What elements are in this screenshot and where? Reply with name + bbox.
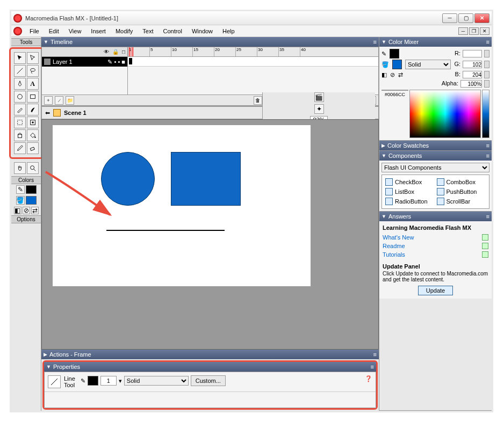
layer-row[interactable]: Layer 1 ✎ • • ■: [42, 57, 127, 67]
help-icon[interactable]: ❓: [365, 375, 372, 382]
hex-value[interactable]: #0066CC: [381, 92, 408, 97]
eraser-tool[interactable]: [27, 142, 39, 154]
link-whats-new[interactable]: What's New: [383, 233, 488, 242]
answers-header[interactable]: ▼Answers≡: [379, 212, 492, 221]
component-checkbox[interactable]: CheckBox: [385, 178, 435, 186]
actions-header[interactable]: ▶Actions - Frame≡: [41, 350, 379, 359]
timeline-options-icon[interactable]: ≡: [373, 39, 377, 45]
fill-color-swatch[interactable]: [26, 196, 37, 205]
circle-shape[interactable]: [101, 152, 155, 206]
eye-icon[interactable]: 👁: [104, 49, 109, 55]
default-colors-icon[interactable]: ◧: [381, 71, 387, 78]
menu-text[interactable]: Text: [138, 27, 157, 35]
menu-control[interactable]: Control: [159, 27, 186, 35]
alpha-input[interactable]: [460, 80, 482, 88]
stroke-color-swatch[interactable]: [26, 185, 37, 194]
doc-restore-button[interactable]: ❐: [469, 27, 479, 35]
stroke-pencil-icon: ✎: [16, 185, 25, 194]
custom-stroke-button[interactable]: Custom...: [191, 375, 226, 386]
link-readme[interactable]: Readme: [383, 242, 488, 250]
g-input[interactable]: [463, 61, 482, 68]
menu-view[interactable]: View: [64, 27, 86, 35]
stage[interactable]: [53, 125, 311, 286]
add-layer-button[interactable]: +: [44, 96, 53, 105]
outline-icon[interactable]: □: [122, 49, 125, 55]
fill-type-select[interactable]: Solid: [405, 60, 451, 69]
b-spinner[interactable]: [484, 71, 489, 78]
lightness-slider[interactable]: [482, 90, 489, 138]
menu-edit[interactable]: Edit: [45, 27, 63, 35]
alpha-spinner[interactable]: [484, 80, 489, 88]
tool-name-label: Line: [64, 375, 75, 382]
update-button[interactable]: Update: [418, 286, 453, 295]
stroke-color-picker[interactable]: [88, 376, 98, 386]
rectangle-shape[interactable]: [171, 152, 241, 206]
lasso-tool[interactable]: [27, 65, 39, 77]
mixer-header[interactable]: ▼Color Mixer≡: [379, 37, 492, 47]
line-shape[interactable]: [106, 230, 225, 231]
swatches-header[interactable]: ▶Color Swatches≡: [379, 141, 492, 150]
stage-area[interactable]: [41, 119, 379, 350]
ink-bottle-tool[interactable]: [14, 129, 26, 141]
maximize-button[interactable]: ▢: [458, 13, 473, 23]
close-button[interactable]: ✕: [474, 13, 489, 23]
component-set-select[interactable]: Flash UI Components: [381, 163, 489, 172]
color-spectrum[interactable]: [409, 90, 481, 138]
g-spinner[interactable]: [484, 61, 489, 68]
components-header[interactable]: ▼Components≡: [379, 151, 492, 161]
keyframe[interactable]: [129, 58, 132, 64]
pen-tool[interactable]: [14, 78, 26, 90]
paint-bucket-tool[interactable]: [27, 129, 39, 141]
menu-window[interactable]: Window: [188, 27, 217, 35]
properties-header[interactable]: ▼Properties≡: [44, 362, 376, 372]
add-guide-button[interactable]: ⟋: [55, 96, 63, 105]
r-input[interactable]: [463, 50, 482, 57]
free-transform-tool[interactable]: [14, 117, 26, 128]
component-scrollbar[interactable]: ScrollBar: [437, 198, 486, 205]
default-colors-button[interactable]: ◧: [14, 207, 21, 214]
doc-minimize-button[interactable]: ─: [458, 27, 468, 35]
delete-layer-button[interactable]: 🗑: [254, 96, 262, 105]
r-spinner[interactable]: [484, 50, 489, 57]
pencil-tool[interactable]: [14, 104, 26, 115]
arrow-tool[interactable]: [14, 52, 26, 64]
no-color-icon[interactable]: ⊘: [390, 71, 395, 78]
scene-back-button[interactable]: ⬅: [45, 110, 50, 117]
doc-close-button[interactable]: ✕: [480, 27, 489, 35]
eyedropper-tool[interactable]: [14, 142, 26, 154]
add-folder-button[interactable]: 📁: [66, 96, 74, 105]
b-input[interactable]: [463, 71, 482, 78]
menu-modify[interactable]: Modify: [111, 27, 137, 35]
menu-insert[interactable]: Insert: [87, 27, 110, 35]
line-tool[interactable]: [14, 65, 26, 77]
rectangle-tool[interactable]: [27, 91, 39, 103]
subselect-tool[interactable]: [27, 52, 39, 64]
edit-symbols-button[interactable]: ✦: [314, 104, 324, 114]
hand-tool[interactable]: [14, 162, 26, 174]
link-tutorials[interactable]: Tutorials: [383, 250, 488, 259]
stroke-width-input[interactable]: [100, 376, 117, 386]
lock-icon[interactable]: 🔒: [112, 49, 119, 55]
minimize-button[interactable]: ─: [442, 13, 457, 23]
zoom-tool[interactable]: [27, 162, 39, 174]
swap-colors-icon[interactable]: ⇄: [398, 71, 403, 78]
component-combobox[interactable]: ComboBox: [437, 178, 486, 186]
menu-help[interactable]: Help: [218, 27, 239, 35]
frame-track[interactable]: [128, 57, 378, 67]
component-pushbutton[interactable]: PushButton: [437, 188, 486, 195]
timeline-header[interactable]: ▼Timeline≡: [41, 37, 379, 47]
swap-colors-button[interactable]: ⇄: [31, 207, 39, 214]
no-color-button[interactable]: ⊘: [23, 207, 30, 214]
oval-tool[interactable]: [14, 91, 26, 103]
mixer-stroke-swatch[interactable]: [390, 49, 399, 59]
playhead[interactable]: [129, 47, 133, 56]
stroke-width-dropdown-icon[interactable]: ▾: [119, 378, 122, 384]
menu-file[interactable]: File: [25, 27, 44, 35]
fill-transform-tool[interactable]: [27, 117, 39, 128]
stroke-style-select[interactable]: Solid: [124, 376, 189, 386]
brush-tool[interactable]: [27, 104, 39, 115]
mixer-fill-swatch[interactable]: [392, 60, 402, 69]
component-radiobutton[interactable]: RadioButton: [385, 198, 435, 205]
component-listbox[interactable]: ListBox: [385, 188, 435, 195]
text-tool[interactable]: A: [27, 78, 39, 90]
